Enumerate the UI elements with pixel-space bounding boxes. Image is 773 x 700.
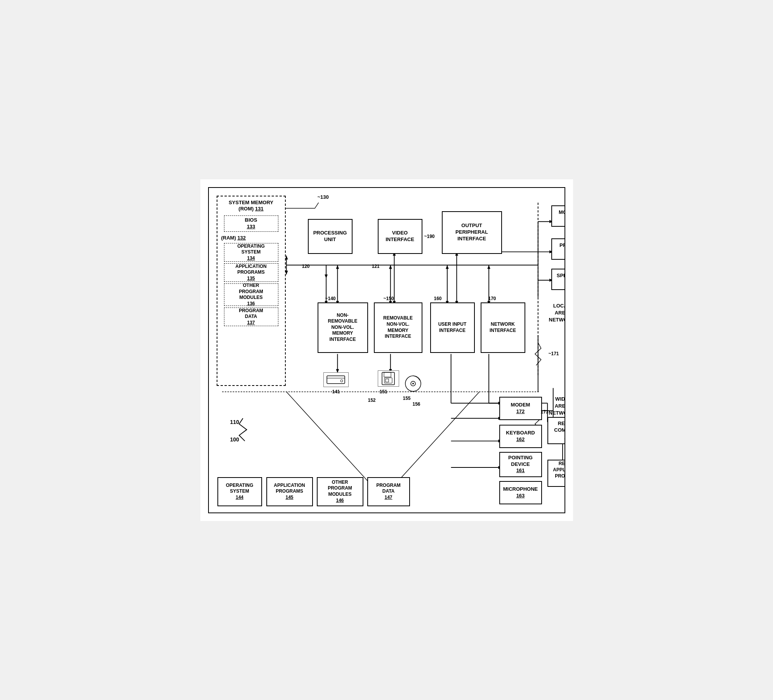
label-120: 120 bbox=[302, 264, 310, 269]
bios-box: BIOS 133 bbox=[224, 215, 278, 232]
video-interface-box: VIDEOINTERFACE bbox=[378, 219, 422, 254]
wide-area-network-label: WIDE AREANETWORK bbox=[549, 396, 565, 417]
system-memory-label: SYSTEM MEMORY(ROM) 131 bbox=[229, 200, 273, 213]
label-110: 110 bbox=[230, 419, 239, 425]
label-140: ~140 bbox=[325, 296, 336, 301]
network-interface-box: NETWORKINTERFACE bbox=[481, 302, 525, 353]
label-170: 170 bbox=[488, 296, 496, 301]
label-100: 100 bbox=[230, 436, 239, 443]
label-141: 141 bbox=[332, 389, 340, 394]
speakers-box: SPEAKERS197 bbox=[551, 269, 565, 290]
ram-label: (RAM) 132 bbox=[221, 235, 283, 241]
label-160: 160 bbox=[434, 296, 442, 301]
label-150: ~150 bbox=[384, 296, 394, 301]
optical-disc-icon bbox=[403, 373, 423, 394]
output-peripheral-box: OUTPUTPERIPHERALINTERFACE bbox=[442, 211, 502, 254]
svg-marker-22 bbox=[389, 265, 392, 269]
label-151: 151 bbox=[380, 389, 387, 394]
label-171: ~171 bbox=[549, 351, 559, 356]
remote-computer-box: REMOTECOMPUTER180 bbox=[547, 417, 565, 444]
svg-marker-4 bbox=[325, 274, 328, 278]
remote-apps-box: REMOTEAPPLICATIONPROGRAMS185 bbox=[547, 460, 565, 487]
microphone-box: MICROPHONE163 bbox=[499, 481, 542, 504]
program-data-137-box: PROGRAMDATA 137 bbox=[224, 307, 278, 326]
label-130: ~130 bbox=[318, 194, 329, 200]
app-programs-145-box: APPLICATIONPROGRAMS145 bbox=[266, 477, 313, 506]
keyboard-box: KEYBOARD162 bbox=[499, 425, 542, 448]
pointing-device-box: POINTINGDEVICE161 bbox=[499, 452, 542, 477]
modem-box: MODEM172 bbox=[499, 397, 542, 420]
os-144-box: OPERATINGSYSTEM 144 bbox=[217, 477, 262, 506]
floppy-icon bbox=[378, 370, 399, 387]
label-190: ~190 bbox=[424, 234, 435, 239]
app-programs-135-box: APPLICATIONPROGRAMS 135 bbox=[224, 263, 278, 282]
local-area-network-label: LOCAL AREANETWORK bbox=[549, 302, 565, 324]
label-156: 156 bbox=[413, 401, 420, 407]
diagram-container: SYSTEM MEMORY(ROM) 131 BIOS 133 (RAM) 13… bbox=[208, 187, 565, 513]
removable-nonvol-box: REMOVABLENON-VOL.MEMORYINTERFACE bbox=[374, 302, 422, 353]
label-121: 121 bbox=[372, 264, 380, 269]
system-memory-box: SYSTEM MEMORY(ROM) 131 BIOS 133 (RAM) 13… bbox=[217, 196, 286, 386]
label-173: 173 bbox=[541, 409, 549, 415]
system-memory-ref: 131 bbox=[255, 206, 264, 212]
label-152: 152 bbox=[368, 398, 376, 403]
program-data-147-box: PROGRAMDATA 147 bbox=[367, 477, 410, 506]
processing-unit-box: PROCESSINGUNIT bbox=[308, 219, 353, 254]
svg-marker-25 bbox=[446, 265, 449, 269]
non-removable-box: NON-REMOVABLENON-VOL.MEMORYINTERFACE bbox=[318, 302, 368, 353]
label-155: 155 bbox=[403, 396, 411, 401]
user-input-box: USER INPUTINTERFACE bbox=[430, 302, 475, 353]
svg-point-75 bbox=[412, 383, 414, 384]
svg-marker-28 bbox=[487, 265, 490, 269]
page: SYSTEM MEMORY(ROM) 131 BIOS 133 (RAM) 13… bbox=[200, 179, 573, 521]
svg-marker-19 bbox=[336, 265, 339, 269]
other-modules-136-box: OTHERPROGRAMMODULES 136 bbox=[224, 283, 278, 306]
os-134-box: OPERATINGSYSTEM 134 bbox=[224, 243, 278, 262]
printer-box: PRINTER196 bbox=[551, 238, 565, 260]
hard-drive-icon bbox=[323, 372, 349, 387]
monitor-box: MONITOR191 bbox=[551, 205, 565, 227]
other-modules-146-box: OTHERPROGRAMMODULES 146 bbox=[317, 477, 363, 506]
